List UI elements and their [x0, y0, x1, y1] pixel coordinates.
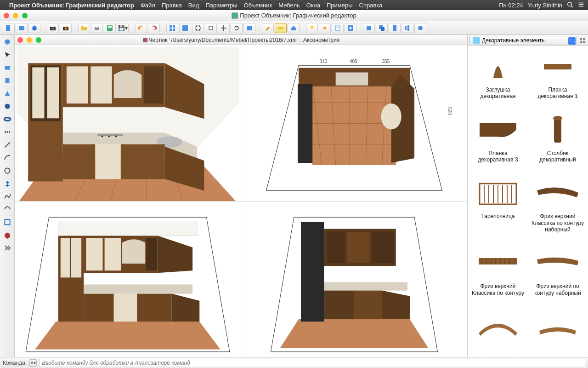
svg-marker-42 — [5, 91, 10, 96]
tool-select-icon[interactable] — [2, 50, 12, 60]
doc-maximize-button[interactable] — [36, 37, 41, 43]
menubar-user[interactable]: Yuriy Sinithin — [528, 2, 562, 9]
menu-edit[interactable]: Правка — [162, 2, 182, 9]
tool-home-icon[interactable] — [288, 23, 300, 33]
menu-windows[interactable]: Окна — [306, 2, 320, 9]
catalog-category-label: Декоративные элементы — [482, 37, 546, 44]
tool-new-icon[interactable] — [3, 23, 15, 33]
tool-sun-icon[interactable] — [319, 23, 331, 33]
tool-spline-icon[interactable] — [2, 191, 12, 201]
doc-close-button[interactable] — [17, 37, 23, 43]
tool-fit-icon[interactable] — [192, 23, 204, 33]
tool-calendar-icon[interactable] — [332, 23, 344, 33]
menu-furniture[interactable]: Мебель — [278, 2, 300, 9]
tool-save-icon[interactable] — [104, 23, 116, 33]
catalog-view-icon[interactable] — [579, 37, 586, 44]
catalog-item[interactable] — [469, 308, 526, 355]
tool-folder-icon[interactable] — [78, 23, 90, 33]
tool-rotate-icon[interactable] — [231, 23, 243, 33]
tool-box3-icon[interactable] — [389, 23, 401, 33]
menu-obemnik[interactable]: Объемник — [244, 2, 272, 9]
tool-chevrons-icon[interactable] — [2, 243, 12, 253]
app-name[interactable]: Проект Объемник: Графический редактор — [9, 2, 134, 9]
catalog-category-select[interactable]: Декоративные элементы ⌃⌄ — [469, 36, 577, 45]
tool-layers-icon[interactable] — [28, 23, 40, 33]
tool-pointer-icon[interactable] — [2, 37, 12, 47]
svg-rect-76 — [95, 144, 120, 179]
catalog-item[interactable]: Фриз верхний Классика по контуру — [469, 244, 526, 305]
viewports-grid: 310405355520 — [15, 45, 467, 357]
svg-rect-109 — [84, 284, 192, 293]
tool-torus-icon[interactable] — [2, 114, 12, 124]
search-icon[interactable] — [567, 1, 573, 9]
catalog-grid[interactable]: Заглушка декоративная Планка декоративна… — [468, 46, 588, 357]
tool-circle-icon[interactable] — [2, 166, 12, 176]
tool-3d-icon[interactable] — [2, 230, 12, 240]
catalog-item[interactable]: Планка декоративная 3 — [469, 111, 526, 172]
viewport-top[interactable]: 310405355520 — [241, 45, 467, 201]
tool-render-icon[interactable] — [60, 23, 72, 33]
viewport-perspective[interactable] — [15, 45, 241, 201]
tool-sphere-icon[interactable] — [2, 101, 12, 111]
tool-top-icon[interactable] — [243, 23, 255, 33]
left-toolbar — [0, 35, 15, 357]
menu-file[interactable]: Файл — [141, 2, 155, 9]
close-button[interactable] — [4, 13, 9, 18]
svg-rect-62 — [32, 67, 44, 118]
catalog-item[interactable] — [529, 308, 586, 355]
svg-rect-15 — [96, 26, 98, 28]
svg-point-131 — [553, 116, 562, 121]
doc-minimize-button[interactable] — [27, 37, 32, 43]
tool-move-icon[interactable] — [218, 23, 230, 33]
tool-box2-icon[interactable] — [376, 23, 388, 33]
tool-print-icon[interactable] — [91, 23, 103, 33]
catalog-item[interactable]: Планка декоративная 1 — [529, 48, 586, 109]
svg-rect-112 — [137, 293, 172, 321]
catalog-item[interactable]: Столбик декоративный — [529, 111, 586, 172]
menu-view[interactable]: Вид — [188, 2, 199, 9]
svg-rect-93 — [336, 72, 368, 85]
minimize-button[interactable] — [13, 13, 18, 18]
tool-rect2-icon[interactable] — [2, 75, 12, 86]
tool-lamp-icon[interactable] — [306, 23, 318, 33]
svg-rect-118 — [328, 232, 345, 263]
tool-arc2-icon[interactable] — [2, 204, 12, 214]
command-input[interactable] — [40, 359, 585, 367]
viewport-side[interactable] — [241, 201, 467, 357]
tool-rect-icon[interactable] — [2, 63, 12, 73]
catalog-item[interactable]: Фриз верхний Классика по контуру наборны… — [529, 174, 586, 242]
menu-icon[interactable] — [578, 1, 584, 9]
tool-last-icon[interactable] — [414, 23, 426, 33]
viewport-front[interactable] — [15, 201, 241, 357]
svg-point-28 — [323, 27, 326, 29]
catalog-item[interactable]: Фриз верхний по контуру наборный — [529, 244, 586, 305]
maximize-button[interactable] — [22, 13, 28, 18]
tool-paint-icon[interactable] — [262, 23, 274, 33]
tool-grid4-icon[interactable] — [166, 23, 178, 33]
menu-help[interactable]: Справка — [359, 2, 383, 9]
menu-examples[interactable]: Примеры — [327, 2, 353, 9]
command-history-button[interactable]: ≡▾ — [29, 359, 37, 367]
tool-zoom-icon[interactable] — [205, 23, 217, 33]
tool-box1-icon[interactable] — [363, 23, 375, 33]
tool-line-icon[interactable] — [2, 140, 12, 150]
menu-parameters[interactable]: Параметры — [205, 2, 237, 9]
tool-open-icon[interactable] — [16, 23, 28, 33]
tool-polygon-icon[interactable] — [2, 217, 12, 227]
svg-rect-71 — [97, 134, 123, 136]
catalog-item[interactable]: Заглушка декоративная — [469, 48, 526, 109]
tool-align-icon[interactable] — [401, 23, 413, 33]
catalog-item[interactable]: Тарелочница — [469, 174, 526, 242]
tool-plus-icon[interactable] — [345, 23, 356, 33]
tool-camera-icon[interactable] — [47, 23, 59, 33]
tool-cone-icon[interactable] — [2, 88, 12, 98]
tool-dots-icon[interactable] — [2, 127, 12, 137]
tool-redo-icon[interactable] — [148, 23, 160, 33]
tool-axis-icon[interactable] — [2, 178, 12, 189]
tool-window-icon[interactable] — [179, 23, 191, 33]
tool-arc-icon[interactable] — [2, 153, 12, 163]
tool-undo-icon[interactable] — [135, 23, 147, 33]
tool-save-as-icon[interactable]: 💾▾ — [117, 23, 129, 33]
tool-measure-icon[interactable] — [275, 23, 287, 33]
svg-text:405: 405 — [350, 59, 357, 64]
